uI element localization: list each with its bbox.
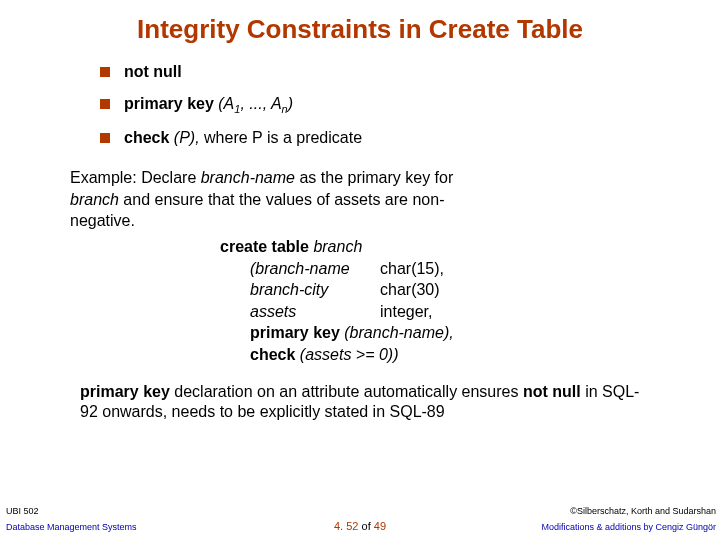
footer-mods: Modifications & additions by Cengiz Güng… [541,522,716,532]
square-bullet-icon [100,67,110,77]
bullet-item: check (P), where P is a predicate [100,129,680,147]
bullet-text: primary key (A1, ..., An) [124,95,293,115]
sql-code: create table branch (branch-namechar(15)… [220,236,680,366]
bullet-text: check (P), where P is a predicate [124,129,362,147]
bullet-item: not null [100,63,680,81]
square-bullet-icon [100,133,110,143]
footer-page: 4. 52 of 49 [334,520,386,532]
square-bullet-icon [100,99,110,109]
bullet-item: primary key (A1, ..., An) [100,95,680,115]
slide-title: Integrity Constraints in Create Table [0,14,720,45]
footer-copyright: ©Silberschatz, Korth and Sudarshan [570,506,716,516]
footer-course: UBI 502 [6,506,39,516]
slide-content: not null primary key (A1, ..., An) check… [0,63,720,423]
footer-dbms: Database Management Systems [6,522,137,532]
bullet-list: not null primary key (A1, ..., An) check… [100,63,680,147]
footnote-text: primary key declaration on an attribute … [80,382,680,424]
bullet-text: not null [124,63,182,80]
example-text: Example: Declare branch-name as the prim… [70,167,680,232]
